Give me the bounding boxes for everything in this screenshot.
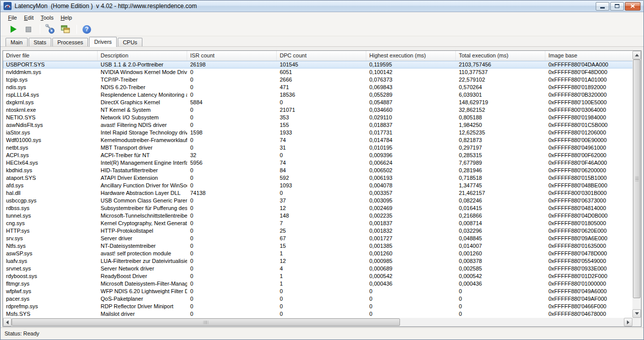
cell: 0 — [277, 295, 366, 303]
table-row[interactable]: HTTP.sysHTTP-Protokollstapel0250,0018320… — [3, 227, 632, 235]
cell: cng.sys — [3, 220, 98, 227]
cell: 155 — [277, 121, 366, 129]
cell: aswSP.sys — [3, 250, 98, 257]
table-row[interactable]: rdprefmp.sysRDP Reflector Driver Minipor… — [3, 303, 632, 310]
table-row[interactable]: ataport.SYSATAPI Driver Extension05920,0… — [3, 174, 632, 182]
table-row[interactable]: Wdf01000.sysKernelmodustreiber-Framework… — [3, 137, 632, 144]
cell: 7,677989 — [456, 159, 545, 167]
table-row[interactable]: afd.sysAncillary Function Driver for Win… — [3, 182, 632, 189]
cell: ATAPI Driver Extension — [98, 174, 187, 182]
column-header[interactable]: DPC count — [277, 51, 366, 60]
cell: 0xFFFFF880'0478D000 — [545, 250, 632, 257]
cell: 67 — [277, 235, 366, 242]
cell: 12,625235 — [456, 129, 545, 137]
table-row[interactable]: HECIx64.sysIntel(R) Management Engine In… — [3, 159, 632, 167]
menu-bar: FileEditToolsHelp — [1, 13, 643, 23]
processes-button[interactable] — [58, 23, 72, 35]
table-row[interactable]: NETIO.SYSNetwork I/O Subsystem03530,0291… — [3, 114, 632, 121]
table-row[interactable]: hal.dllHardware Abstraction Layer DLL741… — [3, 189, 632, 197]
table-row[interactable]: USBPORT.SYSUSB 1.1 & 2.0-Porttreiber2619… — [3, 61, 632, 69]
tab-processes[interactable]: Processes — [52, 38, 88, 46]
scroll-up-button[interactable] — [632, 51, 641, 59]
table-row[interactable]: Ntfs.sysNT-Dateisystemtreiber0150,001385… — [3, 242, 632, 250]
start-button[interactable] — [7, 23, 20, 35]
cell: HTTP.sys — [3, 227, 98, 235]
close-button[interactable] — [625, 2, 640, 11]
cell: HTTP-Protokollstapel — [98, 227, 187, 235]
column-header[interactable]: Highest execution (ms) — [366, 51, 456, 60]
cell: 25 — [277, 227, 366, 235]
column-header[interactable]: ISR count — [187, 51, 277, 60]
table-row[interactable]: usbccgp.sysUSB Common Class Generic Pare… — [3, 197, 632, 205]
cell: 0 — [187, 265, 277, 273]
cell: 0xFFFFF880'100E5000 — [545, 99, 632, 106]
cell: 0,001260 — [456, 250, 545, 257]
tab-strip: MainStatsProcessesDriversCPUs — [1, 36, 643, 47]
table-row[interactable]: cng.sysKernel Cryptography, Next Generat… — [3, 220, 632, 227]
table-row[interactable]: ndis.sysNDIS 6.20-Treiber04710,0698430,5… — [3, 84, 632, 91]
column-header[interactable]: Total execution (ms) — [456, 51, 545, 60]
table-row[interactable]: wfplwf.sysWFP NDIS 6.20 Lightweight Filt… — [3, 288, 632, 295]
table-row[interactable]: Msfs.SYSMailslot driver00000xFFFFF880'04… — [3, 310, 632, 318]
table-row[interactable]: dxgkrnl.sysDirectX Graphics Kernel588400… — [3, 99, 632, 106]
cell: 0 — [187, 106, 277, 114]
cell: Server Network driver — [98, 265, 187, 273]
title-bar[interactable]: LatencyMon (Home Edition ) v 4.02 - http… — [1, 1, 643, 12]
vertical-scrollbar[interactable] — [632, 51, 641, 318]
cell: rspLLL64.sys — [3, 91, 98, 99]
table-row[interactable]: ACPI.sysACPI-Treiber für NT3200,0093960,… — [3, 152, 632, 159]
menu-file[interactable]: File — [5, 13, 21, 23]
scroll-left-button[interactable] — [3, 318, 12, 326]
cell: 0xFFFFF880'049A6000 — [545, 288, 632, 295]
column-header[interactable]: Description — [98, 51, 187, 60]
cell: DirectX Graphics Kernel — [98, 99, 187, 106]
table-row[interactable]: rdyboost.sysReadyBoost Driver010,0005420… — [3, 273, 632, 280]
tab-main[interactable]: Main — [6, 38, 28, 46]
table-row[interactable]: iaStor.sysIntel Rapid Storage Technology… — [3, 129, 632, 137]
cell: 0 — [187, 205, 277, 212]
scroll-right-button[interactable] — [624, 318, 632, 326]
table-row[interactable]: fltmgr.sysMicrosoft Dateisystem-Filter-M… — [3, 280, 632, 288]
minimize-button[interactable] — [596, 2, 609, 11]
table-row[interactable]: luafv.sysLUA-Filtertreiber zur Dateivirt… — [3, 257, 632, 265]
scroll-down-button[interactable] — [632, 309, 641, 318]
table-row[interactable]: srvnet.sysServer Network driver040,00068… — [3, 265, 632, 273]
cell: 0,003095 — [366, 197, 456, 205]
tab-drivers[interactable]: Drivers — [89, 37, 117, 47]
cell: 1598 — [187, 129, 277, 137]
cell: 0xFFFFF880'00F62000 — [545, 152, 632, 159]
vertical-scroll-thumb[interactable] — [633, 59, 640, 298]
tab-stats[interactable]: Stats — [29, 38, 51, 46]
cell: 0,002235 — [366, 212, 456, 220]
cell: 0xFFFFF880'0B320000 — [545, 91, 632, 99]
table-row[interactable]: rdbss.sysSubsystemtreiber für Pufferung … — [3, 205, 632, 212]
horizontal-scrollbar[interactable] — [3, 318, 632, 326]
cell: Kernelmodustreiber-Frameworklaufzeit — [98, 137, 187, 144]
table-row[interactable]: tunnel.sysMicrosoft-Tunnelschnittstellen… — [3, 212, 632, 220]
menu-tools[interactable]: Tools — [37, 13, 57, 23]
stop-button[interactable] — [22, 23, 35, 35]
cell: 0 — [187, 295, 277, 303]
menu-help[interactable]: Help — [57, 13, 75, 23]
table-row[interactable]: tcpip.sysTCP/IP-Treiber026660,07637322,5… — [3, 76, 632, 84]
table-row[interactable]: netbt.sysMBT Transport driver0310,010195… — [3, 144, 632, 152]
table-row[interactable]: nvlddmkm.sysNVIDIA Windows Kernel Mode D… — [3, 69, 632, 76]
cell: 0 — [187, 197, 277, 205]
horizontal-scroll-thumb[interactable] — [12, 318, 400, 326]
driver-options-button[interactable] — [43, 23, 57, 35]
table-row[interactable]: srv.sysServer driver0670,0017270,0488450… — [3, 235, 632, 242]
menu-edit[interactable]: Edit — [21, 13, 37, 23]
table-row[interactable]: pacer.sysQoS-Paketplaner00000xFFFFF880'0… — [3, 295, 632, 303]
column-header[interactable]: Image base — [545, 51, 632, 60]
cell: Server driver — [98, 235, 187, 242]
cell: Network I/O Subsystem — [98, 114, 187, 121]
table-row[interactable]: aswNdisFlt.sysavast! Filtering NDIS driv… — [3, 121, 632, 129]
table-row[interactable]: kbdhid.sysHID-Tastaturfiltertreiber0840,… — [3, 167, 632, 174]
column-header[interactable]: Driver file — [3, 51, 98, 60]
tab-cpus[interactable]: CPUs — [118, 38, 142, 46]
table-row[interactable]: aswSP.sysavast! self protection module01… — [3, 250, 632, 257]
table-row[interactable]: rspLLL64.sysResplendence Latency Monitor… — [3, 91, 632, 99]
maximize-button[interactable] — [610, 2, 624, 11]
help-button[interactable]: ? — [80, 23, 94, 35]
table-row[interactable]: ntoskrnl.exeNT Kernel & System0210710,03… — [3, 106, 632, 114]
